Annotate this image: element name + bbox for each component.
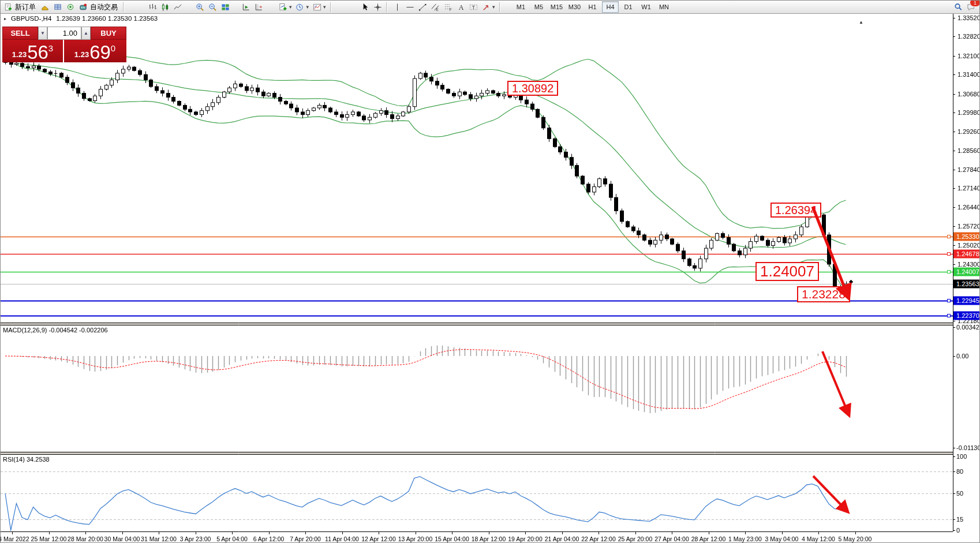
new-order-button[interactable] xyxy=(2,1,14,13)
buy-price-big: 69 xyxy=(89,43,111,61)
file-toolbar-group: 新订单自动交易 xyxy=(2,1,126,13)
price-axis-tick: 1.25020 xyxy=(957,242,980,249)
price-axis-tick: 1.25720 xyxy=(957,223,980,230)
time-axis-label: 24 Mar 2022 xyxy=(0,535,29,542)
volume-increase-stepper[interactable]: ▲ xyxy=(81,27,91,40)
price-axis-tick: 1.33520 xyxy=(957,14,980,21)
timeframe-m5-button[interactable]: M5 xyxy=(530,1,547,13)
price-level-badge[interactable]: 1.25330 xyxy=(953,233,980,241)
time-axis-label: 1 May 23:00 xyxy=(728,535,762,542)
hline-drag-handle[interactable] xyxy=(947,235,951,238)
svg-text:F: F xyxy=(449,8,451,12)
hline-drag-handle[interactable] xyxy=(947,252,951,256)
time-axis-label: 30 Mar 04:00 xyxy=(104,535,140,542)
label-button[interactable]: T xyxy=(467,1,480,13)
indicators-button[interactable] xyxy=(276,1,289,13)
price-level-badge[interactable]: 1.24678 xyxy=(953,250,980,259)
price-level-badge[interactable]: 1.22945 xyxy=(953,296,980,305)
templates-button[interactable] xyxy=(311,1,323,13)
toolbar-separator xyxy=(386,2,387,12)
navigator-button[interactable] xyxy=(64,1,77,13)
price-annotation-box[interactable]: 1.24007 xyxy=(755,262,819,281)
macd-axis-label: 0.003424 xyxy=(956,324,980,331)
price-axis-tick: 1.27140 xyxy=(957,185,980,192)
time-axis-label: 5 May 20:00 xyxy=(839,535,872,542)
svg-text:T: T xyxy=(472,4,474,10)
trendline-button[interactable] xyxy=(416,1,429,13)
zoom-in-button[interactable] xyxy=(193,1,206,13)
hline-drag-handle[interactable] xyxy=(947,270,951,274)
sell-price-big: 56 xyxy=(27,43,48,61)
data-window-button[interactable] xyxy=(51,1,64,13)
hline-drag-handle[interactable] xyxy=(947,314,951,317)
notifications-button[interactable]: 1 xyxy=(964,1,977,13)
chart-shift-marker: ▲ xyxy=(859,20,863,25)
fibonacci-button[interactable]: F xyxy=(442,1,454,13)
timeframe-h4-button[interactable]: H4 xyxy=(602,1,619,13)
hline-drag-handle[interactable] xyxy=(947,299,951,302)
sell-price-small: 1.23 xyxy=(12,50,27,59)
timeframe-mn-button[interactable]: MN xyxy=(656,1,672,13)
sell-price-sup: 3 xyxy=(48,43,53,53)
indicators-button-dropdown-caret[interactable]: ▾ xyxy=(289,4,292,10)
market-watch-button[interactable] xyxy=(39,1,51,13)
chart-shift-button[interactable] xyxy=(252,1,265,13)
macd-indicator-label: MACD(12,26,9) -0.004542 -0.002206 xyxy=(3,327,108,334)
cursor-button[interactable] xyxy=(358,1,371,13)
text-button[interactable]: A xyxy=(454,1,467,13)
bar-chart-button[interactable] xyxy=(146,1,159,13)
zoom-out-button[interactable] xyxy=(206,1,219,13)
line-chart-button[interactable] xyxy=(171,1,184,13)
price-chart-canvas[interactable] xyxy=(1,1,980,543)
svg-text:E: E xyxy=(436,8,439,12)
rsi-axis-label: 80 xyxy=(956,468,963,475)
collapse-triangle-icon[interactable]: ▸ xyxy=(4,16,6,21)
volume-decrease-stepper[interactable]: ▼ xyxy=(38,27,47,40)
search-button[interactable] xyxy=(952,1,964,13)
timeframe-h1-button[interactable]: H1 xyxy=(584,1,601,13)
crosshair-button[interactable] xyxy=(371,1,384,13)
macd-axis-label: 0.00 xyxy=(956,353,968,359)
periods-button[interactable] xyxy=(294,1,306,13)
price-annotation-box[interactable]: 1.23228 xyxy=(797,286,850,302)
price-level-badge[interactable]: 1.23563 xyxy=(953,280,980,289)
toolbar-separator xyxy=(123,2,124,12)
auto-scroll-button[interactable] xyxy=(240,1,252,13)
rsi-indicator-label: RSI(14) 34.2538 xyxy=(3,456,50,463)
tile-windows-button[interactable] xyxy=(219,1,231,13)
scroll-group xyxy=(240,1,265,13)
periods-button-dropdown-caret[interactable]: ▾ xyxy=(306,4,309,10)
timeframe-m30-button[interactable]: M30 xyxy=(566,1,583,13)
time-axis-label: 31 Mar 12:00 xyxy=(141,535,177,542)
sell-price-display[interactable]: 1.23 56 3 xyxy=(2,40,64,62)
timeframe-w1-button[interactable]: W1 xyxy=(638,1,654,13)
volume-input[interactable]: 1.00 xyxy=(47,27,81,40)
timeframe-group: M1M5M15M30H1H4D1W1MN xyxy=(512,1,673,13)
price-level-badge[interactable]: 1.24007 xyxy=(953,268,980,276)
timeframe-m15-button[interactable]: M15 xyxy=(548,1,565,13)
price-annotation-box[interactable]: 1.26394 xyxy=(770,203,821,218)
candlestick-chart-button[interactable] xyxy=(159,1,171,13)
price-level-badge[interactable]: 1.22370 xyxy=(953,312,980,320)
time-axis-label: 19 Apr 20:00 xyxy=(508,535,543,542)
timeframe-m1-button[interactable]: M1 xyxy=(513,1,529,13)
arrows-button[interactable] xyxy=(480,1,492,13)
time-axis-label: 27 Apr 04:00 xyxy=(654,535,689,542)
rsi-axis-label: 50 xyxy=(956,490,963,497)
sell-button[interactable]: SELL xyxy=(2,27,38,40)
buy-button[interactable]: BUY xyxy=(91,27,126,40)
autotrading-button[interactable] xyxy=(77,1,89,13)
vertical-line-button[interactable] xyxy=(391,1,403,13)
templates-button-dropdown-caret[interactable]: ▾ xyxy=(323,4,326,10)
arrows-button-dropdown-caret[interactable]: ▾ xyxy=(492,4,495,10)
time-axis-label: 11 Apr 04:00 xyxy=(325,535,359,542)
price-axis-tick: 1.24300 xyxy=(957,261,980,268)
channel-button[interactable]: E xyxy=(429,1,442,13)
new-order-button-label: 新订单 xyxy=(15,2,36,12)
time-axis-label: 7 Apr 20:00 xyxy=(290,535,321,542)
buy-price-display[interactable]: 1.23 69 0 xyxy=(64,40,126,62)
price-annotation-box[interactable]: 1.30892 xyxy=(507,81,558,96)
horizontal-line-button[interactable] xyxy=(403,1,416,13)
chart-ohlc-values: 1.23639 1.23660 1.23530 1.23563 xyxy=(56,15,158,22)
timeframe-d1-button[interactable]: D1 xyxy=(620,1,637,13)
